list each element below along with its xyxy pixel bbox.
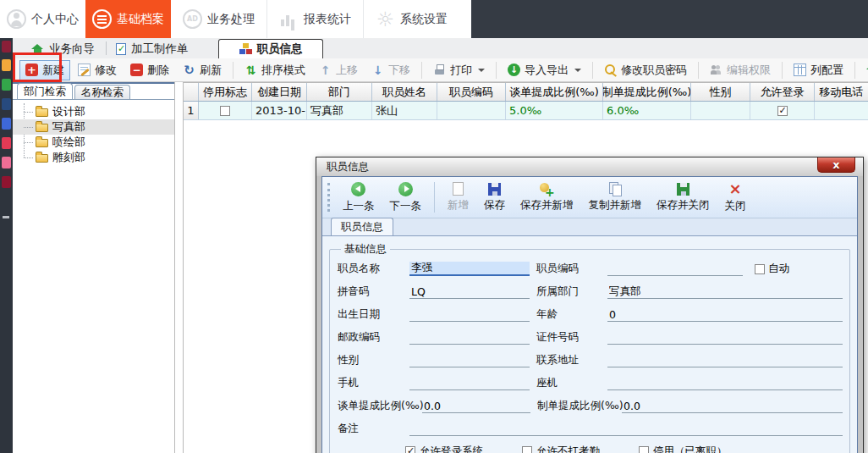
employee-code-field[interactable] <box>607 262 743 276</box>
auto-code-checkbox[interactable] <box>755 264 765 274</box>
age-field[interactable] <box>607 307 843 322</box>
tab-department-search[interactable]: 部门检索 <box>17 83 73 99</box>
dock-icon-4[interactable] <box>2 98 11 110</box>
remark-field[interactable] <box>409 422 843 436</box>
birth-date-field[interactable] <box>409 307 530 322</box>
dock-icon-8[interactable] <box>2 176 11 188</box>
nav-item-settings[interactable]: 系统设置 <box>364 0 459 38</box>
column-config-button[interactable]: 列配置 <box>788 60 849 80</box>
columns-icon <box>794 64 806 76</box>
nav-item-personal[interactable]: 个人中心 <box>0 0 85 38</box>
nav-item-reports[interactable]: 报表统计 <box>267 0 363 38</box>
sort-mode-button[interactable]: 排序模式 <box>239 60 311 80</box>
gender-field[interactable] <box>409 353 530 367</box>
new-button[interactable]: 新建 <box>19 60 70 80</box>
printer-icon <box>433 64 446 76</box>
tab-name-search[interactable]: 名称检索 <box>74 85 130 99</box>
allow-login-system-checkbox[interactable] <box>405 446 415 453</box>
address-field[interactable] <box>607 353 843 367</box>
next-record-button[interactable]: 下一条 <box>382 177 430 218</box>
stop-flag-checkbox[interactable] <box>220 106 230 116</box>
header-gender[interactable]: 性别 <box>691 83 750 101</box>
home-icon <box>31 44 44 55</box>
header-allow-login[interactable]: 允许登录 <box>750 83 815 101</box>
exit-button[interactable]: 退出 <box>860 60 868 80</box>
panel-splitter[interactable] <box>174 82 184 453</box>
dock-icon-1[interactable] <box>2 41 11 52</box>
change-password-button[interactable]: 修改职员密码 <box>598 60 693 80</box>
close-button[interactable]: 关闭 <box>717 177 754 218</box>
move-down-button[interactable]: 下移 <box>365 60 416 80</box>
dropdown-arrow-icon <box>574 69 581 72</box>
copy-and-new-button[interactable]: 复制并新增 <box>581 177 650 218</box>
tab-label: 加工制作单 <box>131 41 189 57</box>
tree-item-spray[interactable]: 喷绘部 <box>13 135 174 150</box>
allow-login-cell <box>750 102 815 119</box>
toolbar-separator <box>592 62 593 79</box>
talk-commission-cell: 5.0‰ <box>506 102 603 119</box>
talk-commission-field[interactable] <box>422 399 530 413</box>
header-created-date[interactable]: 创建日期 <box>252 83 307 101</box>
header-employee-code[interactable]: 职员编码 <box>437 83 506 101</box>
dialog-tab-strip: 职员信息 <box>322 218 857 236</box>
header-employee-name[interactable]: 职员姓名 <box>372 83 437 101</box>
dock-icon-7[interactable] <box>2 157 11 168</box>
header-department[interactable]: 部门 <box>307 83 372 101</box>
tree-item-design[interactable]: 设计部 <box>13 104 174 119</box>
save-button[interactable]: 保存 <box>476 177 513 218</box>
pinyin-code-field[interactable] <box>409 285 530 299</box>
tree-item-photo[interactable]: 写真部 <box>13 119 174 135</box>
table-row[interactable]: 1 2013-10-14 写真部 张山 5.0‰ 6.0‰ <box>184 102 868 120</box>
dialog-title-bar[interactable]: 职员信息 <box>316 157 863 176</box>
dock-collapse-handle[interactable] <box>3 216 9 218</box>
nav-item-business[interactable]: 业务处理 <box>171 0 266 38</box>
button-label: 复制并新增 <box>589 198 642 213</box>
edit-permissions-button[interactable]: 编辑权限 <box>704 60 777 80</box>
allow-login-checkbox[interactable] <box>777 106 788 116</box>
header-talk-commission[interactable]: 谈单提成比例(‰) <box>506 83 603 101</box>
modify-button[interactable]: 修改 <box>72 60 123 80</box>
dock-icon-5[interactable] <box>2 118 11 130</box>
dock-icon-2[interactable] <box>2 59 11 71</box>
nav-item-basic-archives[interactable]: 基础档案 <box>85 0 171 38</box>
save-and-new-button[interactable]: 保存并新增 <box>513 177 581 218</box>
blank-page-icon <box>453 182 464 196</box>
folder-open-icon <box>36 124 48 132</box>
tab-employee-info[interactable]: 职员信息 <box>218 39 323 58</box>
tab-work-order[interactable]: 加工制作单 <box>116 40 189 58</box>
save-and-close-button[interactable]: 保存并关闭 <box>649 177 717 218</box>
employee-name-field[interactable] <box>409 262 530 276</box>
id-number-field[interactable] <box>607 330 843 345</box>
gender-cell <box>691 102 750 119</box>
dock-icon-3[interactable] <box>2 79 11 91</box>
refresh-button[interactable]: 刷新 <box>177 60 228 80</box>
toolbar-separator <box>782 62 783 79</box>
header-make-commission[interactable]: 制单提成比例(‰) <box>603 83 691 101</box>
button-label: 下一条 <box>390 199 422 213</box>
disabled-checkbox[interactable] <box>639 446 649 453</box>
tree-item-carve[interactable]: 雕刻部 <box>13 150 174 165</box>
header-stop-flag[interactable]: 停用标志 <box>199 83 252 101</box>
sort-arrows-icon <box>244 64 257 76</box>
previous-record-button[interactable]: 上一条 <box>335 177 382 218</box>
import-export-button[interactable]: 导入导出 <box>502 60 587 80</box>
make-commission-field[interactable] <box>622 399 843 413</box>
user-icon <box>7 9 26 29</box>
dialog-close-button[interactable]: x <box>817 157 855 173</box>
department-field[interactable] <box>607 285 843 299</box>
add-new-button[interactable]: 新增 <box>440 177 476 218</box>
landline-field[interactable] <box>607 376 843 390</box>
delete-button[interactable]: 删除 <box>124 60 175 80</box>
print-button[interactable]: 打印 <box>427 60 491 80</box>
users-icon <box>710 64 722 76</box>
header-mobile-phone[interactable]: 移动电话 <box>815 83 868 101</box>
dock-icon-6[interactable] <box>2 137 11 149</box>
button-label: 上一条 <box>343 199 375 213</box>
move-up-button[interactable]: 上移 <box>313 60 364 80</box>
tab-employee-info-dialog[interactable]: 职员信息 <box>331 218 393 235</box>
mobile-field[interactable] <box>409 376 530 390</box>
tab-business-wizard[interactable]: 业务向导 <box>31 40 95 58</box>
no-attendance-checkbox[interactable] <box>522 446 532 453</box>
postal-code-field[interactable] <box>409 330 530 345</box>
cubes-icon <box>239 43 252 55</box>
